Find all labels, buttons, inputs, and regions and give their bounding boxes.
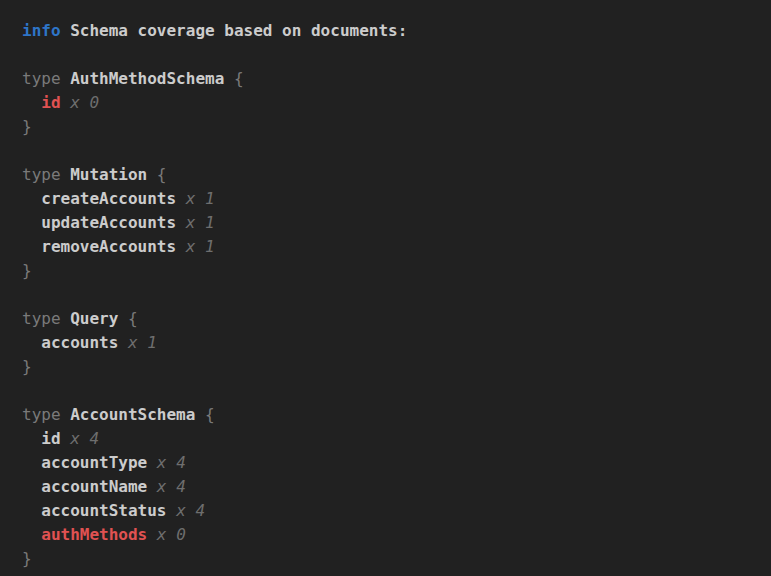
blank-line (22, 43, 763, 67)
times-symbol: x (186, 211, 196, 235)
close-brace: } (22, 259, 32, 283)
times-symbol: x (70, 91, 80, 115)
field-count: 4 (195, 499, 205, 523)
times-symbol: x (70, 427, 80, 451)
blank-line (22, 139, 763, 163)
type-line-accountschema: type AccountSchema { (22, 403, 763, 427)
open-brace: { (157, 163, 167, 187)
field-line: accountName x 4 (22, 475, 763, 499)
field-name: accountName (41, 475, 147, 499)
type-line-query: type Query { (22, 307, 763, 331)
field-line: accountStatus x 4 (22, 499, 763, 523)
field-name: createAccounts (41, 187, 176, 211)
times-symbol: x (186, 235, 196, 259)
field-name: id (41, 427, 60, 451)
field-line: updateAccounts x 1 (22, 211, 763, 235)
type-name: AuthMethodSchema (70, 67, 224, 91)
type-name: AccountSchema (70, 403, 195, 427)
close-brace: } (22, 547, 32, 571)
type-line-authmethodschema: type AuthMethodSchema { (22, 67, 763, 91)
close-brace-line: } (22, 259, 763, 283)
field-line: accounts x 1 (22, 331, 763, 355)
close-brace: } (22, 355, 32, 379)
type-name: Mutation (70, 163, 147, 187)
times-symbol: x (157, 451, 167, 475)
field-count: 0 (176, 523, 186, 547)
field-name: updateAccounts (41, 211, 176, 235)
field-count: 1 (147, 331, 157, 355)
field-name: accountStatus (41, 499, 166, 523)
info-label: info (22, 19, 61, 43)
info-line: info Schema coverage based on documents: (22, 19, 763, 43)
times-symbol: x (128, 331, 138, 355)
field-line: id x 0 (22, 91, 763, 115)
field-count: 1 (205, 235, 215, 259)
blank-line (22, 379, 763, 403)
field-count: 1 (205, 211, 215, 235)
field-name: id (41, 91, 60, 115)
times-symbol: x (157, 523, 167, 547)
field-name: removeAccounts (41, 235, 176, 259)
times-symbol: x (157, 475, 167, 499)
field-count: 4 (176, 475, 186, 499)
field-line: id x 4 (22, 427, 763, 451)
field-count: 0 (89, 91, 99, 115)
field-count: 4 (89, 427, 99, 451)
close-brace: } (22, 115, 32, 139)
type-name: Query (70, 307, 118, 331)
field-line: accountType x 4 (22, 451, 763, 475)
type-line-mutation: type Mutation { (22, 163, 763, 187)
field-count: 4 (176, 451, 186, 475)
type-keyword: type (22, 307, 61, 331)
field-count: 1 (205, 187, 215, 211)
close-brace-line: } (22, 115, 763, 139)
blank-line (22, 283, 763, 307)
close-brace-line: } (22, 355, 763, 379)
field-line: removeAccounts x 1 (22, 235, 763, 259)
field-line: authMethods x 0 (22, 523, 763, 547)
open-brace: { (234, 67, 244, 91)
times-symbol: x (186, 187, 196, 211)
info-message: Schema coverage based on documents: (70, 19, 407, 43)
type-keyword: type (22, 163, 61, 187)
type-keyword: type (22, 403, 61, 427)
close-brace-line: } (22, 547, 763, 571)
field-line: createAccounts x 1 (22, 187, 763, 211)
type-keyword: type (22, 67, 61, 91)
field-name: accounts (41, 331, 118, 355)
field-name: accountType (41, 451, 147, 475)
times-symbol: x (176, 499, 186, 523)
field-name: authMethods (41, 523, 147, 547)
open-brace: { (128, 307, 138, 331)
terminal-output: info Schema coverage based on documents:… (0, 0, 771, 576)
open-brace: { (205, 403, 215, 427)
